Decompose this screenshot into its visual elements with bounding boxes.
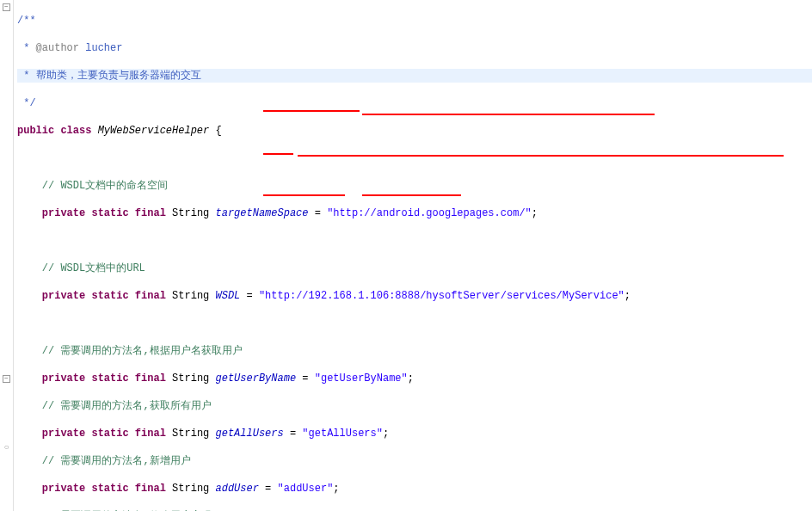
kw-public: public — [17, 125, 54, 137]
javadoc-end: */ — [17, 97, 36, 109]
javadoc-author: lucher — [85, 42, 122, 54]
string-literal: "getAllUsers" — [302, 428, 383, 440]
string-literal: "http://android.googlepages.com/" — [327, 207, 532, 219]
field-name: targetNameSpace — [216, 207, 309, 219]
field-name: WSDL — [216, 290, 241, 302]
kw-final: final — [135, 207, 166, 219]
type-string: String — [172, 207, 209, 219]
field-name: getAllUsers — [216, 428, 284, 440]
fold-marker[interactable]: ○ — [0, 440, 13, 454]
string-literal: "http://192.168.1.106:8888/hysoftServer/… — [259, 290, 624, 302]
kw-class: class — [60, 125, 91, 137]
annotation-underline — [362, 114, 655, 115]
kw-static: static — [91, 207, 128, 219]
javadoc-star: * — [17, 70, 36, 82]
javadoc-author-tag: @author — [36, 42, 79, 54]
comment: // WSDL文档中的命名空间 — [42, 180, 168, 192]
brace: { — [209, 125, 221, 137]
comment: // 需要调用的方法名,根据用户名获取用户 — [42, 345, 243, 357]
kw-private: private — [42, 207, 85, 219]
string-literal: "addUser" — [278, 483, 334, 495]
annotation-underline — [298, 155, 784, 157]
fold-minus-icon: − — [3, 375, 10, 383]
source-code[interactable]: /** * @author lucher * 帮助类，主要负责与服务器端的交互 … — [14, 0, 812, 511]
annotation-underline — [362, 194, 461, 196]
fold-minus-icon: − — [3, 3, 10, 11]
gutter: − − ○ — [0, 0, 14, 511]
field-name: addUser — [216, 483, 259, 495]
annotation-underline — [263, 153, 293, 155]
fold-marker[interactable]: − — [0, 0, 13, 14]
string-literal: "getUserByName" — [315, 372, 408, 385]
fold-circle-icon: ○ — [3, 443, 9, 453]
comment: // WSDL文档中的URL — [42, 262, 145, 274]
annotation-underline — [263, 110, 360, 112]
fold-marker[interactable]: − — [0, 372, 13, 385]
annotation-underline — [263, 194, 345, 196]
javadoc-start: /** — [17, 15, 36, 27]
field-name: getUserByName — [216, 372, 297, 385]
class-name: MyWebServiceHelper — [98, 125, 210, 137]
comment: // 需要调用的方法名,获取所有用户 — [42, 400, 212, 412]
javadoc-desc: 帮助类，主要负责与服务器端的交互 — [36, 70, 201, 82]
javadoc-star: * — [17, 42, 36, 54]
code-editor: − − ○ /** * @author lucher * 帮助类，主要负责与服务… — [0, 0, 812, 511]
comment: // 需要调用的方法名,新增用户 — [42, 455, 191, 467]
